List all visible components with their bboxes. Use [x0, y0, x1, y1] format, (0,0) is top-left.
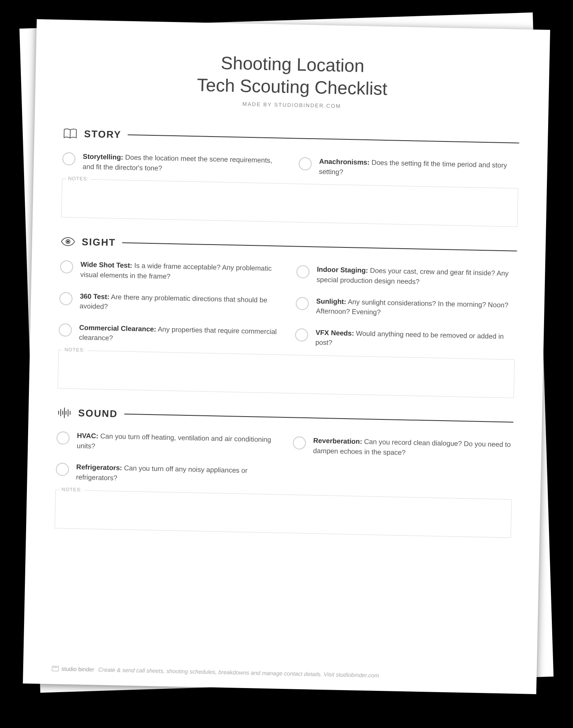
- document-title: Shooting Location Tech Scouting Checklis…: [64, 48, 521, 102]
- document-header: Shooting Location Tech Scouting Checklis…: [64, 48, 521, 113]
- svg-point-11: [55, 667, 56, 668]
- footer-text: Create & send call sheets, shooting sche…: [98, 666, 379, 678]
- svg-point-1: [67, 241, 69, 243]
- section-story-head: STORY: [63, 128, 519, 148]
- checkbox-circle[interactable]: [295, 297, 309, 310]
- checkbox-circle[interactable]: [299, 157, 312, 171]
- checklist-item: Sunlight: Any sunlight considerations? I…: [295, 296, 516, 321]
- checklist-item: HVAC: Can you turn off heating, ventilat…: [56, 430, 277, 455]
- section-story-title: STORY: [84, 128, 121, 140]
- item-text: Anachronisms: Does the setting fit the t…: [319, 157, 519, 181]
- item-text: Commercial Clearance: Any properties tha…: [79, 323, 279, 347]
- notes-label: NOTES:: [66, 176, 91, 182]
- item-label: Wide Shot Test:: [80, 261, 132, 270]
- sound-wave-icon: [57, 407, 72, 419]
- footer-brand-text: studio binder: [62, 666, 94, 673]
- document-footer: studio binder Create & send call sheets,…: [52, 665, 508, 681]
- checklist-item: Wide Shot Test: Is a wide frame acceptab…: [60, 260, 280, 285]
- item-label: Anachronisms:: [319, 158, 370, 167]
- checklist-item: VFX Needs: Would anything need to be rem…: [295, 327, 515, 352]
- item-label: Reverberation:: [313, 437, 362, 446]
- title-line-2: Tech Scouting Checklist: [197, 75, 388, 99]
- studiobinder-logo-icon: [52, 666, 59, 671]
- item-label: HVAC:: [77, 432, 99, 440]
- page-front-sheet: Shooting Location Tech Scouting Checklis…: [23, 19, 550, 694]
- eye-icon: [61, 237, 75, 247]
- section-sight-title: SIGHT: [82, 236, 116, 249]
- section-sound-head: SOUND: [57, 407, 513, 428]
- checklist-item: Reverberation: Can you record clean dial…: [293, 436, 513, 461]
- checkbox-circle[interactable]: [62, 152, 76, 165]
- checklist-item: Commercial Clearance: Any properties tha…: [59, 322, 279, 347]
- checkbox-circle[interactable]: [295, 328, 309, 342]
- item-label: Sunlight:: [316, 297, 346, 306]
- section-sound: SOUND HVAC: Can you turn off heating, ve…: [55, 407, 513, 538]
- checkbox-circle[interactable]: [296, 265, 310, 279]
- checkbox-circle[interactable]: [60, 260, 73, 274]
- item-label: 360 Test:: [80, 292, 110, 301]
- notes-label: NOTES:: [60, 486, 84, 492]
- checkbox-circle[interactable]: [56, 431, 70, 445]
- notes-wrap: NOTES:: [61, 179, 518, 227]
- checkbox-circle[interactable]: [293, 437, 306, 450]
- svg-line-5: [64, 408, 65, 418]
- title-line-1: Shooting Location: [220, 53, 364, 75]
- section-sound-items: HVAC: Can you turn off heating, ventilat…: [55, 430, 513, 492]
- svg-point-12: [57, 667, 57, 668]
- item-text: Reverberation: Can you record clean dial…: [313, 436, 513, 461]
- checklist-item: 360 Test: Are there any problematic dire…: [59, 291, 280, 316]
- section-sound-title: SOUND: [78, 407, 118, 419]
- item-desc: Can you turn off heating, ventilation an…: [77, 432, 271, 450]
- section-story-items: Storytelling: Does the location meet the…: [62, 151, 519, 181]
- item-text: Indoor Staging: Does your cast, crew and…: [317, 265, 517, 289]
- item-label: Storytelling:: [83, 152, 123, 161]
- footer-brand: studio binder: [52, 665, 94, 673]
- item-label: Refrigerators:: [76, 463, 122, 472]
- item-label: Indoor Staging:: [317, 266, 368, 275]
- item-label: VFX Needs:: [315, 329, 354, 337]
- checkbox-circle[interactable]: [59, 323, 72, 337]
- section-divider: [124, 414, 513, 423]
- notes-box[interactable]: [57, 350, 515, 398]
- svg-point-10: [53, 667, 54, 668]
- notes-label: NOTES:: [62, 347, 87, 353]
- section-story: STORY Storytelling: Does the location me…: [61, 128, 519, 227]
- notes-wrap: NOTES:: [57, 350, 515, 398]
- item-text: 360 Test: Are there any problematic dire…: [79, 291, 280, 316]
- checklist-item: Refrigerators: Can you turn off any nois…: [55, 462, 276, 487]
- item-text: Sunlight: Any sunlight considerations? I…: [316, 296, 516, 321]
- section-divider: [128, 135, 519, 143]
- notes-box[interactable]: [61, 179, 518, 227]
- section-sight: SIGHT Wide Shot Test: Is a wide frame ac…: [57, 236, 517, 398]
- checklist-item: Indoor Staging: Does your cast, crew and…: [296, 265, 517, 289]
- item-text: Refrigerators: Can you turn off any nois…: [76, 463, 276, 487]
- section-sight-head: SIGHT: [60, 236, 517, 257]
- book-icon: [63, 128, 78, 139]
- checkbox-circle[interactable]: [56, 463, 69, 477]
- notes-box[interactable]: [55, 490, 512, 538]
- checklist-item: Storytelling: Does the location meet the…: [62, 151, 282, 176]
- section-sight-items: Wide Shot Test: Is a wide frame acceptab…: [59, 260, 517, 352]
- notes-wrap: NOTES:: [55, 490, 512, 538]
- checklist-item: Anachronisms: Does the setting fit the t…: [298, 157, 519, 181]
- section-divider: [122, 243, 517, 251]
- item-text: Wide Shot Test: Is a wide frame acceptab…: [80, 260, 280, 285]
- item-label: Commercial Clearance:: [79, 324, 156, 333]
- document-stage: Shooting Location Tech Scouting Checklis…: [22, 16, 551, 709]
- item-text: Storytelling: Does the location meet the…: [82, 152, 282, 176]
- item-text: HVAC: Can you turn off heating, ventilat…: [77, 431, 277, 455]
- checkbox-circle[interactable]: [60, 292, 73, 305]
- item-text: VFX Needs: Would anything need to be rem…: [315, 328, 515, 352]
